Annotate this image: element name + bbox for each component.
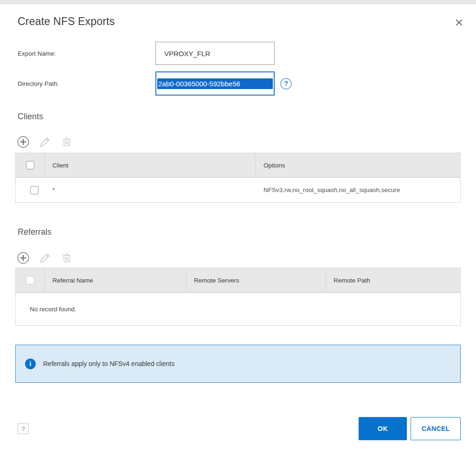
cancel-button[interactable]: CANCEL [411,417,461,440]
referrals-table: Referral Name Remote Servers Remote Path… [15,268,461,326]
referrals-column-header: Referral Name [45,268,186,292]
clients-row-checkbox[interactable] [30,186,39,194]
referrals-edit-button[interactable] [39,252,51,264]
clients-add-button[interactable] [17,136,29,148]
referrals-delete-button[interactable] [61,252,73,264]
info-icon: i [25,359,36,369]
referrals-column-header: Remote Servers [186,268,326,292]
referrals-table-header: Referral Name Remote Servers Remote Path [16,268,460,293]
client-cell: * [45,186,256,193]
referrals-heading: Referrals [15,227,461,237]
export-form: Export Name: Directory Path: 2ab0-003650… [15,42,461,96]
info-banner: i Referrals apply only to NFSv4 enabled … [15,345,461,383]
directory-path-selected-text: 2ab0-00365000-592bbe56 [157,78,273,89]
plus-circle-icon [17,142,29,149]
referrals-toolbar [15,252,461,264]
plus-circle-icon [17,258,29,265]
pencil-icon [39,142,51,149]
trash-icon [61,258,73,265]
referrals-add-button[interactable] [17,252,29,264]
dialog-help-button[interactable]: ? [18,423,29,434]
clients-heading: Clients [15,112,461,121]
clients-table-header: Client Options [16,153,460,178]
info-banner-text: Referrals apply only to NFSv4 enabled cl… [43,360,174,367]
export-name-label: Export Name: [15,50,155,57]
background-page-strip [0,0,476,4]
export-name-input[interactable] [155,42,275,65]
footer-button-group: OK CANCEL [359,417,461,440]
clients-delete-button[interactable] [61,136,73,148]
dialog-footer: ? OK CANCEL [15,417,461,440]
directory-path-label: Directory Path: [15,80,155,87]
referrals-header-cell [16,268,45,292]
clients-table-row[interactable]: * NFSv3,rw,no_root_squash,no_all_squash,… [16,178,460,202]
create-nfs-exports-dialog: Create NFS Exports Export Name: Director… [0,4,476,440]
directory-path-input[interactable]: 2ab0-00365000-592bbe56 [155,71,275,96]
close-button[interactable] [453,17,465,29]
export-name-row: Export Name: [15,42,461,65]
clients-select-all-checkbox[interactable] [26,161,34,169]
close-icon [455,19,463,28]
clients-row-cell [16,186,45,194]
ok-button[interactable]: OK [359,417,407,440]
referrals-select-all-checkbox [26,276,34,284]
clients-toolbar [15,136,461,148]
clients-column-header: Options [256,153,460,177]
dialog-title: Create NFS Exports [15,4,461,29]
trash-icon [61,142,73,149]
options-cell: NFSv3,rw,no_root_squash,no_all_squash,se… [256,186,460,193]
referrals-empty-row: No record found. [16,293,460,325]
clients-table: Client Options * NFSv3,rw,no_root_squash… [15,153,461,203]
clients-header-cell [16,153,45,177]
clients-column-header: Client [45,153,256,177]
pencil-icon [39,258,51,265]
clients-edit-button[interactable] [39,136,51,148]
referrals-column-header: Remote Path [326,268,460,292]
directory-path-help-icon[interactable]: ? [280,78,292,90]
directory-path-row: Directory Path: 2ab0-00365000-592bbe56 ? [15,71,461,96]
